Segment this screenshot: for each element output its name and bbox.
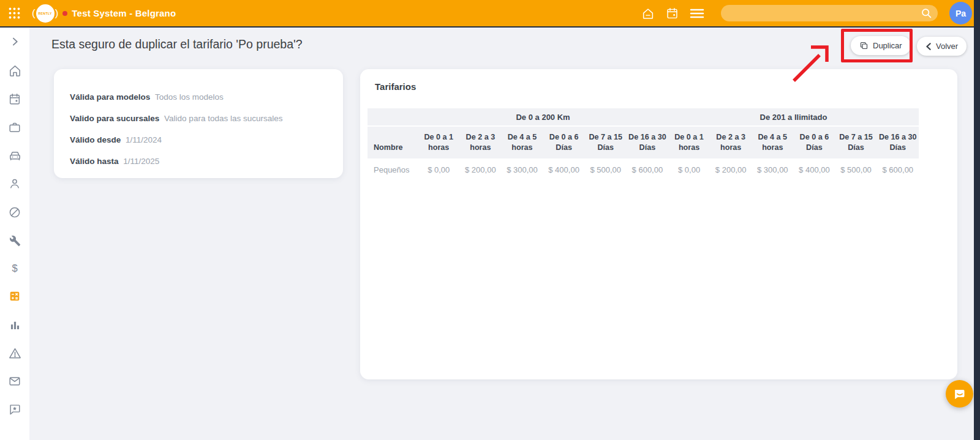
price-cell: $ 300,00 bbox=[752, 158, 793, 181]
duplicate-button[interactable]: Duplicar bbox=[851, 36, 911, 55]
sidebar-item-tariffs[interactable] bbox=[0, 282, 29, 310]
detail-label: Válido desde bbox=[70, 135, 121, 144]
sidebar-item-customers[interactable] bbox=[0, 170, 29, 198]
calendar-button[interactable] bbox=[663, 4, 681, 23]
dollar-icon: $ bbox=[8, 261, 21, 275]
tariff-details-card: Válida para modelos Todos los modelos Va… bbox=[54, 69, 343, 178]
warning-icon bbox=[8, 346, 22, 360]
group-header: De 201 a Ilimitado bbox=[668, 108, 919, 127]
detail-label: Válido hasta bbox=[70, 157, 119, 166]
price-cell: $ 400,00 bbox=[543, 158, 585, 181]
wrench-icon bbox=[9, 234, 21, 247]
detail-row-branches: Valido para sucursales Valido para todas… bbox=[70, 114, 327, 124]
apps-grid-icon[interactable] bbox=[7, 6, 21, 21]
car-icon bbox=[8, 149, 22, 163]
chevron-left-icon bbox=[925, 43, 932, 50]
header-divider bbox=[0, 26, 980, 28]
column-header: De 0 a 1 horas bbox=[668, 127, 710, 158]
sidebar-item-messages[interactable] bbox=[0, 367, 29, 395]
logo-text: RENTLY bbox=[38, 12, 52, 15]
star-comment-icon bbox=[8, 403, 21, 416]
detail-label: Válida para modelos bbox=[70, 92, 150, 102]
column-header: De 7 a 15 Días bbox=[585, 127, 627, 158]
detail-row-valid-until: Válido hasta 1/11/2025 bbox=[70, 157, 327, 166]
price-cell: $ 600,00 bbox=[627, 158, 668, 181]
sidebar-item-reviews[interactable] bbox=[0, 395, 29, 423]
logo-paren-right: ) bbox=[55, 8, 59, 18]
table-row: Pequeños $ 0,00 $ 200,00 $ 300,00 $ 400,… bbox=[368, 158, 919, 181]
envelope-icon bbox=[8, 375, 21, 388]
back-button[interactable]: Volver bbox=[917, 37, 967, 56]
tariff-table: De 0 a 200 Km De 201 a Ilimitado Nombre … bbox=[368, 108, 919, 181]
group-header: De 0 a 200 Km bbox=[418, 108, 668, 127]
sidebar-item-alerts[interactable] bbox=[0, 339, 29, 367]
table-group-header-row: De 0 a 200 Km De 201 a Ilimitado bbox=[368, 108, 919, 127]
column-header: De 2 a 3 horas bbox=[459, 127, 501, 158]
briefcase-icon bbox=[8, 121, 21, 134]
price-cell: $ 500,00 bbox=[835, 158, 876, 181]
column-header: De 7 a 15 Días bbox=[835, 127, 876, 158]
detail-value: Valido para todas las sucursales bbox=[164, 114, 282, 123]
window-edge bbox=[974, 0, 980, 440]
price-cell: $ 0,00 bbox=[668, 158, 710, 181]
sidebar-item-billing[interactable]: $ bbox=[0, 254, 29, 282]
chat-bubble-icon bbox=[952, 387, 967, 401]
copy-icon bbox=[859, 41, 869, 50]
sidebar-item-business[interactable] bbox=[0, 113, 29, 141]
price-cell: $ 0,00 bbox=[418, 158, 459, 181]
price-cell: $ 600,00 bbox=[877, 158, 919, 181]
detail-value: 1/11/2025 bbox=[123, 157, 159, 166]
table-column-header-row: Nombre De 0 a 1 horas De 2 a 3 horas De … bbox=[368, 127, 919, 158]
search-input[interactable] bbox=[721, 5, 938, 21]
page-title: Esta seguro de duplicar el tarifario 'Po… bbox=[51, 37, 303, 51]
column-header: De 0 a 1 horas bbox=[418, 127, 459, 158]
calculator-icon bbox=[8, 289, 21, 303]
detail-value: 1/11/2024 bbox=[126, 135, 162, 144]
tarifarios-title: Tarifarios bbox=[375, 81, 957, 92]
sidebar-item-maintenance[interactable] bbox=[0, 226, 29, 255]
app: ( RENTLY ) Test System - Belgrano bbox=[0, 0, 980, 440]
person-icon bbox=[8, 177, 21, 190]
tarifarios-card: Tarifarios De 0 a 200 Km De 201 a Ilimit… bbox=[360, 69, 957, 379]
menu-button[interactable] bbox=[688, 4, 706, 23]
column-header-name: Nombre bbox=[368, 127, 418, 158]
user-avatar[interactable]: Pa bbox=[949, 2, 972, 24]
detail-row-models: Válida para modelos Todos los modelos bbox=[70, 92, 327, 102]
sidebar-item-home[interactable] bbox=[0, 56, 29, 84]
detail-label: Valido para sucursales bbox=[70, 114, 159, 123]
column-header: De 0 a 6 Días bbox=[793, 127, 835, 158]
sidebar-item-blocked[interactable] bbox=[0, 198, 29, 226]
bar-chart-icon bbox=[9, 319, 21, 332]
row-name: Pequeños bbox=[368, 158, 418, 181]
column-header: De 16 a 30 Días bbox=[877, 127, 919, 158]
logo-paren-left: ( bbox=[31, 8, 36, 18]
column-header: De 4 a 5 horas bbox=[501, 127, 543, 158]
chat-launcher-button[interactable] bbox=[946, 380, 973, 408]
column-header: De 2 a 3 horas bbox=[710, 127, 752, 158]
home-icon bbox=[8, 64, 22, 78]
back-label: Volver bbox=[936, 42, 958, 51]
ban-icon bbox=[8, 206, 21, 219]
column-header: De 0 a 6 Días bbox=[543, 127, 585, 158]
duplicate-label: Duplicar bbox=[873, 41, 902, 50]
sidebar-item-reservations[interactable] bbox=[0, 85, 29, 113]
brand-title: Test System - Belgrano bbox=[72, 8, 176, 18]
hamburger-icon bbox=[690, 8, 704, 19]
sidebar-item-reports[interactable] bbox=[0, 311, 29, 339]
brand-logo: ( RENTLY ) bbox=[31, 4, 59, 23]
calendar-icon bbox=[666, 7, 679, 20]
chevron-right-icon bbox=[9, 35, 21, 48]
group-header-spacer bbox=[368, 108, 418, 127]
search-bar bbox=[721, 5, 938, 21]
sidebar-item-vehicles[interactable] bbox=[0, 141, 29, 170]
price-cell: $ 500,00 bbox=[585, 158, 627, 181]
sidebar-expand[interactable] bbox=[0, 28, 29, 56]
search-icon[interactable] bbox=[921, 7, 932, 19]
price-cell: $ 300,00 bbox=[501, 158, 543, 181]
calendar-icon bbox=[8, 92, 21, 106]
home-icon bbox=[641, 7, 655, 20]
home-button[interactable] bbox=[639, 4, 657, 23]
brand-red-dot bbox=[62, 11, 67, 16]
svg-text:$: $ bbox=[12, 263, 17, 274]
top-header: ( RENTLY ) Test System - Belgrano bbox=[0, 0, 980, 26]
